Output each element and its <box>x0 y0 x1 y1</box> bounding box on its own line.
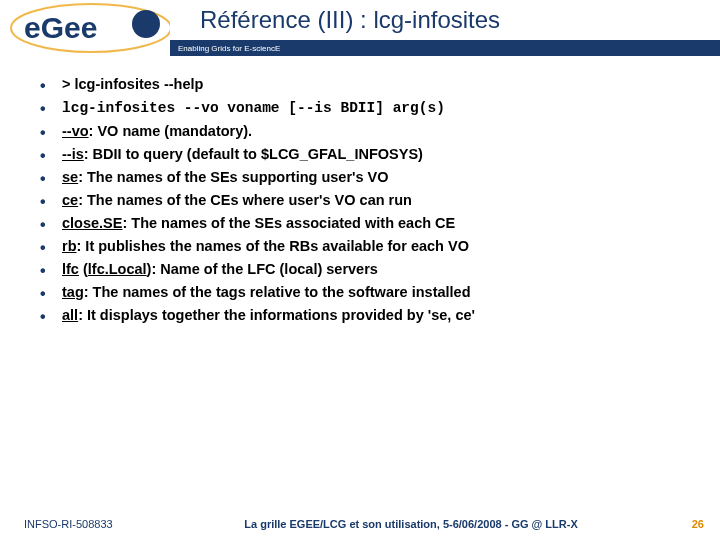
slide-title: Référence (III) : lcg-infosites <box>200 6 500 34</box>
title-bar: Référence (III) : lcg-infosites <box>170 0 720 40</box>
list-item: ce: The names of the CEs where user's VO… <box>40 190 680 211</box>
footer-left: INFSO-RI-508833 <box>24 518 154 530</box>
list-item: lcg-infosites --vo voname [--is BDII] ar… <box>40 97 680 119</box>
egee-logo: eGee <box>6 2 176 54</box>
slide-footer: INFSO-RI-508833 La grille EGEE/LCG et so… <box>0 518 720 530</box>
list-item: --vo: VO name (mandatory). <box>40 121 680 142</box>
list-item: tag: The names of the tags relative to t… <box>40 282 680 303</box>
list-item: all: It displays together the informatio… <box>40 305 680 326</box>
bullet-list: > lcg-infosites --help lcg-infosites --v… <box>40 74 680 326</box>
list-item: close.SE: The names of the SEs associate… <box>40 213 680 234</box>
list-item: > lcg-infosites --help <box>40 74 680 95</box>
list-item: --is: BDII to query (default to $LCG_GFA… <box>40 144 680 165</box>
list-item: se: The names of the SEs supporting user… <box>40 167 680 188</box>
subtitle-bar: Enabling Grids for E-sciencE <box>170 40 720 56</box>
list-item: lfc (lfc.Local): Name of the LFC (local)… <box>40 259 680 280</box>
svg-point-1 <box>132 10 160 38</box>
svg-text:eGee: eGee <box>24 11 97 44</box>
slide-content: > lcg-infosites --help lcg-infosites --v… <box>0 56 720 326</box>
slide-header: eGee Référence (III) : lcg-infosites Ena… <box>0 0 720 56</box>
footer-center: La grille EGEE/LCG et son utilisation, 5… <box>154 518 668 530</box>
list-item: rb: It publishes the names of the RBs av… <box>40 236 680 257</box>
footer-page-number: 26 <box>668 518 704 530</box>
subtitle-text: Enabling Grids for E-sciencE <box>178 44 280 53</box>
